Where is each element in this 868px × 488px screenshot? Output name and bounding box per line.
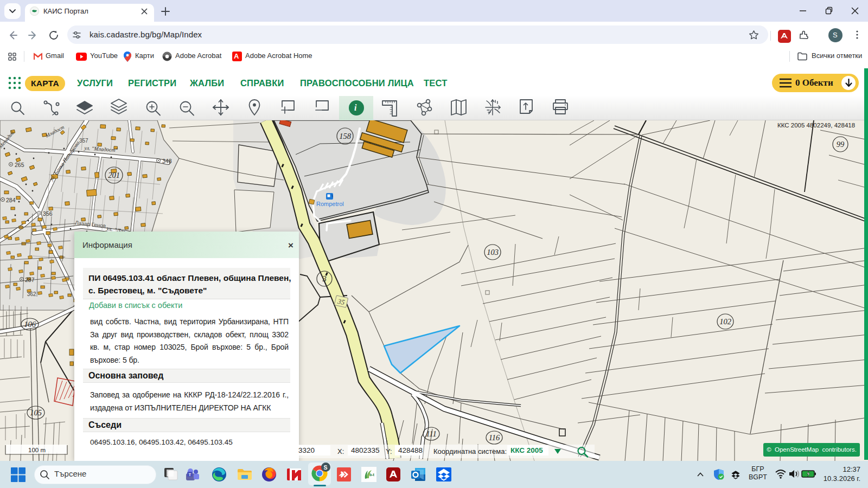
svg-text:T: T — [189, 473, 192, 477]
svg-text:ККС 2005 4802249, 428418: ККС 2005 4802249, 428418 — [777, 122, 855, 129]
svg-text:100 m: 100 m — [28, 447, 46, 453]
svg-text:106: 106 — [24, 320, 36, 329]
svg-text:103: 103 — [487, 248, 499, 256]
svg-text:116: 116 — [489, 433, 500, 442]
svg-text:102: 102 — [719, 317, 731, 326]
svg-text:284: 284 — [6, 197, 16, 203]
svg-text:99: 99 — [837, 140, 845, 149]
svg-text:265: 265 — [15, 162, 24, 168]
svg-text:3: 3 — [322, 274, 326, 283]
svg-text:357: 357 — [79, 138, 88, 144]
svg-text:105: 105 — [30, 408, 42, 417]
svg-text:348: 348 — [162, 158, 172, 164]
svg-text:158: 158 — [339, 132, 352, 140]
svg-text:201: 201 — [108, 171, 120, 179]
svg-text:Rompetrol: Rompetrol — [316, 201, 344, 207]
svg-text:b-t: b-t — [369, 473, 375, 477]
svg-text:356: 356 — [43, 210, 53, 217]
svg-text:362: 362 — [27, 291, 36, 297]
svg-text:111: 111 — [426, 429, 437, 438]
svg-text:287: 287 — [25, 277, 35, 283]
